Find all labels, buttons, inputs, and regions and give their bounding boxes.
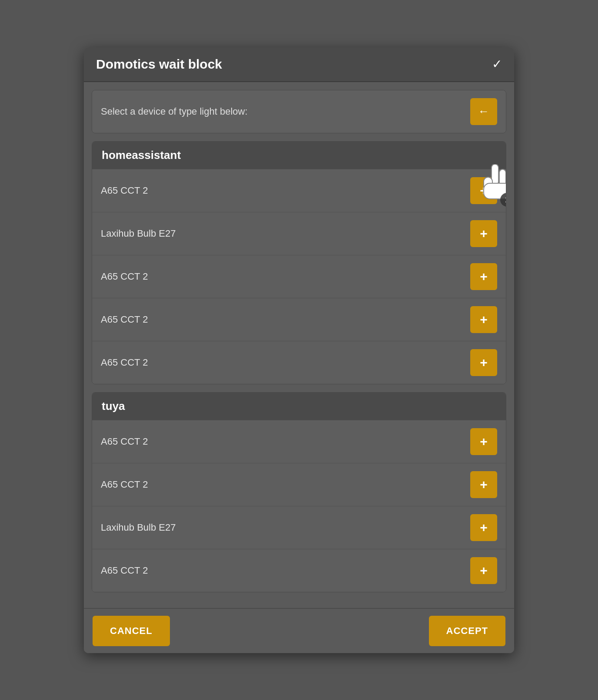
- accept-button[interactable]: ACCEPT: [429, 616, 505, 646]
- device-name: A65 CCT 2: [101, 185, 148, 196]
- device-name: A65 CCT 2: [101, 357, 148, 368]
- group-homeassistant: homeassistant A65 CCT 2 +: [92, 141, 506, 384]
- list-item: A65 CCT 2 +: [92, 255, 506, 298]
- check-icon: ✓: [492, 57, 502, 71]
- device-name: A65 CCT 2: [101, 271, 148, 282]
- list-item: A65 CCT 2 +: [92, 420, 506, 463]
- list-item: A65 CCT 2 +: [92, 298, 506, 341]
- device-name: A65 CCT 2: [101, 479, 148, 490]
- list-item: Laxihub Bulb E27 +: [92, 212, 506, 255]
- device-name: A65 CCT 2: [101, 436, 148, 447]
- list-item: A65 CCT 2 +: [92, 549, 506, 592]
- plus-icon: +: [480, 313, 488, 326]
- group-header-tuya: tuya: [92, 393, 506, 420]
- plus-icon: +: [480, 435, 488, 448]
- add-button-ha-1[interactable]: +: [470, 220, 497, 247]
- plus-icon: +: [480, 270, 488, 283]
- plus-icon: +: [480, 227, 488, 240]
- list-item: A65 CCT 2 +: [92, 463, 506, 506]
- plus-icon: +: [480, 478, 488, 491]
- device-name: A65 CCT 2: [101, 565, 148, 576]
- dialog-header: Domotics wait block ✓: [84, 47, 514, 82]
- device-name: Laxihub Bulb E27: [101, 228, 176, 239]
- list-item: Laxihub Bulb E27 +: [92, 506, 506, 549]
- add-button-tuya-2[interactable]: +: [470, 514, 497, 541]
- dialog-body: Select a device of type light below: ← h…: [84, 82, 514, 608]
- dialog-title: Domotics wait block: [96, 57, 222, 72]
- svg-rect-1: [499, 169, 506, 188]
- svg-point-6: [500, 193, 506, 207]
- plus-icon: +: [480, 564, 488, 577]
- add-button-tuya-0[interactable]: +: [470, 428, 497, 455]
- dialog-footer: CANCEL ACCEPT: [84, 608, 514, 653]
- list-item: A65 CCT 2 +: [92, 341, 506, 384]
- group-header-homeassistant: homeassistant: [92, 142, 506, 169]
- dialog: Domotics wait block ✓ Select a device of…: [84, 47, 514, 653]
- back-button[interactable]: ←: [470, 98, 497, 125]
- add-button-ha-3[interactable]: +: [470, 306, 497, 333]
- list-item: A65 CCT 2 +: [92, 169, 506, 212]
- cancel-button[interactable]: CANCEL: [93, 616, 170, 646]
- add-button-ha-4[interactable]: +: [470, 349, 497, 376]
- back-arrow-icon: ←: [478, 105, 489, 118]
- selector-label: Select a device of type light below:: [101, 106, 248, 117]
- add-button-ha-2[interactable]: +: [470, 263, 497, 290]
- plus-icon: +: [480, 356, 488, 369]
- add-button-tuya-1[interactable]: +: [470, 471, 497, 498]
- selector-row: Select a device of type light below: ←: [92, 90, 506, 133]
- svg-text:1: 1: [505, 195, 506, 204]
- add-button-tuya-3[interactable]: +: [470, 557, 497, 584]
- selector-section: Select a device of type light below: ←: [92, 90, 506, 133]
- add-button-ha-0[interactable]: +: [470, 177, 497, 204]
- plus-icon: +: [480, 184, 488, 197]
- device-name: Laxihub Bulb E27: [101, 522, 176, 533]
- group-tuya: tuya A65 CCT 2 + A65 CCT 2 + Laxihub Bul…: [92, 392, 506, 592]
- plus-icon: +: [480, 521, 488, 534]
- device-name: A65 CCT 2: [101, 314, 148, 325]
